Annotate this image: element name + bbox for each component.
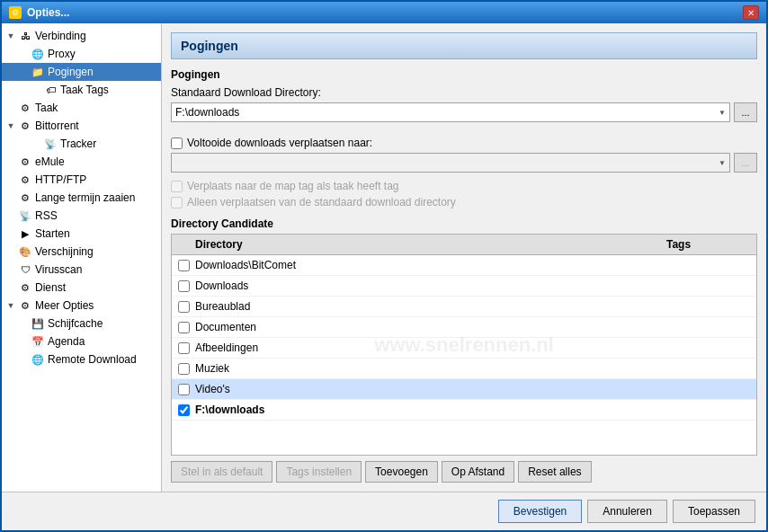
sidebar: ▼ 🖧 Verbinding 🌐 Proxy 📁 Pogingen 🏷 Taak… xyxy=(2,23,162,492)
annuleren-button[interactable]: Annuleren xyxy=(587,500,667,523)
sidebar-item-bittorrent[interactable]: ▼ ⚙ Bittorrent xyxy=(2,117,161,135)
dir-candidate-table: www.snelrennen.nl Directory Tags Downloa… xyxy=(171,234,757,456)
sidebar-item-verbinding[interactable]: ▼ 🖧 Verbinding xyxy=(2,27,161,45)
directory-candidate-section: Directory Candidate www.snelrennen.nl Di… xyxy=(171,217,757,483)
only-from-default-row: Alleen verplaatsen van de standaard down… xyxy=(171,196,757,208)
label-rss: RSS xyxy=(35,209,58,222)
col-dir-header: Directory xyxy=(175,236,663,253)
table-header: Directory Tags xyxy=(172,235,756,255)
label-remotedownload: Remote Download xyxy=(48,353,137,366)
sidebar-item-agenda[interactable]: 📅 Agenda xyxy=(2,332,161,350)
row-check-1[interactable] xyxy=(175,257,192,273)
label-tracker: Tracker xyxy=(60,137,96,150)
toepassen-button[interactable]: Toepassen xyxy=(673,500,755,523)
toevoegen-button[interactable]: Toevoegen xyxy=(365,461,438,483)
download-dir-browse-button[interactable]: ... xyxy=(734,102,757,122)
row-check-2[interactable] xyxy=(175,278,192,294)
tags-instellen-button[interactable]: Tags instellen xyxy=(276,461,362,483)
label-schijfcache: Schijfcache xyxy=(48,317,103,330)
sidebar-item-schijfcache[interactable]: 💾 Schijfcache xyxy=(2,315,161,332)
expander-schijfcache xyxy=(18,318,29,329)
row-check-5[interactable] xyxy=(175,340,192,356)
set-default-button[interactable]: Stel in als default xyxy=(171,461,272,483)
icon-verschijning: 🎨 xyxy=(18,244,32,259)
completed-checkbox-row: Voltooide downloads verplaatsen naar: xyxy=(171,137,757,149)
sidebar-item-pogingen[interactable]: 📁 Pogingen xyxy=(2,63,161,81)
icon-taak: ⚙ xyxy=(18,101,32,115)
expander-agenda xyxy=(18,336,29,347)
content-area: ▼ 🖧 Verbinding 🌐 Proxy 📁 Pogingen 🏷 Taak… xyxy=(2,23,766,492)
section-label: Pogingen xyxy=(171,68,757,81)
expander-virusscan xyxy=(5,264,16,275)
table-body: Downloads\BitComet Downloads Bureaublad xyxy=(172,255,756,455)
label-verbinding: Verbinding xyxy=(35,30,86,42)
label-virusscan: Virusscan xyxy=(35,263,82,276)
row-check-6[interactable] xyxy=(175,360,192,377)
sidebar-item-meeropties[interactable]: ▼ ⚙ Meer Opties xyxy=(2,297,161,315)
label-emule: eMule xyxy=(35,155,65,168)
row-label-5: Afbeeldingen xyxy=(195,341,663,354)
expander-dienst xyxy=(5,282,16,293)
close-button[interactable]: ✕ xyxy=(743,5,759,20)
label-starten: Starten xyxy=(35,227,70,240)
expander-verschijning xyxy=(5,246,16,257)
table-row[interactable]: Downloads xyxy=(172,276,756,297)
sidebar-item-taak[interactable]: ⚙ Taak xyxy=(2,99,161,117)
sidebar-item-dienst[interactable]: ⚙ Dienst xyxy=(2,279,161,297)
expander-emule xyxy=(5,156,16,167)
sidebar-item-proxy[interactable]: 🌐 Proxy xyxy=(2,45,161,63)
title-bar: ⚙ Opties... ✕ xyxy=(2,2,766,23)
download-dir-dropdown[interactable]: F:\downloads ▼ xyxy=(171,102,730,122)
row-check-4[interactable] xyxy=(175,319,192,335)
table-row[interactable]: F:\downloads xyxy=(172,400,756,421)
sidebar-item-virusscan[interactable]: 🛡 Virusscan xyxy=(2,261,161,279)
table-row[interactable]: Documenten xyxy=(172,317,756,338)
expander-httpftp xyxy=(5,174,16,185)
sidebar-item-rss[interactable]: 📡 RSS xyxy=(2,207,161,225)
op-afstand-button[interactable]: Op Afstand xyxy=(442,461,514,483)
label-verschijning: Verschijning xyxy=(35,245,94,258)
completed-checkbox[interactable] xyxy=(171,137,183,149)
row-label-7: Video's xyxy=(195,383,663,395)
sidebar-item-emule[interactable]: ⚙ eMule xyxy=(2,153,161,171)
table-row[interactable]: Afbeeldingen xyxy=(172,338,756,359)
dir-candidate-header-row: Directory Candidate xyxy=(171,217,757,230)
expander-meeropties: ▼ xyxy=(5,300,16,311)
app-icon: ⚙ xyxy=(9,6,22,19)
row-check-8[interactable] xyxy=(175,402,192,418)
label-dienst: Dienst xyxy=(35,281,66,294)
icon-agenda: 📅 xyxy=(31,334,45,349)
icon-bittorrent: ⚙ xyxy=(18,119,32,133)
row-check-7[interactable] xyxy=(175,381,192,397)
footer: Bevestigen Annuleren Toepassen xyxy=(2,492,766,530)
sidebar-item-httpftp[interactable]: ⚙ HTTP/FTP xyxy=(2,171,161,189)
download-dir-label-row: Standaard Download Directory: xyxy=(171,86,757,99)
completed-dir-browse-button[interactable]: ... xyxy=(734,153,757,173)
icon-httpftp: ⚙ xyxy=(18,173,32,187)
reset-alles-button[interactable]: Reset alles xyxy=(518,461,591,483)
download-dir-value: F:\downloads xyxy=(175,106,239,119)
completed-dir-dropdown[interactable]: ▼ xyxy=(171,153,730,173)
sidebar-item-verschijning[interactable]: 🎨 Verschijning xyxy=(2,243,161,261)
move-to-tag-checkbox[interactable] xyxy=(171,181,183,192)
icon-dienst: ⚙ xyxy=(18,280,32,295)
panel-title: Pogingen xyxy=(171,32,757,59)
row-check-3[interactable] xyxy=(175,298,192,315)
sidebar-item-remotedownload[interactable]: 🌐 Remote Download xyxy=(2,350,161,368)
bevestigen-button[interactable]: Bevestigen xyxy=(498,500,582,523)
icon-starten: ▶ xyxy=(18,226,32,241)
label-httpftp: HTTP/FTP xyxy=(35,173,86,186)
only-from-default-checkbox[interactable] xyxy=(171,197,183,208)
table-row[interactable]: Bureaublad xyxy=(172,297,756,317)
sidebar-item-starten[interactable]: ▶ Starten xyxy=(2,225,161,243)
icon-rss: 📡 xyxy=(18,208,32,223)
row-label-4: Documenten xyxy=(195,321,663,333)
sidebar-item-tracker[interactable]: 📡 Tracker xyxy=(2,135,161,153)
icon-taaktags: 🏷 xyxy=(43,83,58,97)
table-row[interactable]: Muziek xyxy=(172,359,756,379)
sidebar-item-langetermijn[interactable]: ⚙ Lange termijn zaaien xyxy=(2,189,161,207)
sidebar-item-taaktags[interactable]: 🏷 Taak Tags xyxy=(2,81,161,99)
table-row[interactable]: Video's xyxy=(172,379,756,400)
move-to-tag-label: Verplaats naar de map tag als taak heeft… xyxy=(187,180,399,192)
table-row[interactable]: Downloads\BitComet xyxy=(172,255,756,276)
